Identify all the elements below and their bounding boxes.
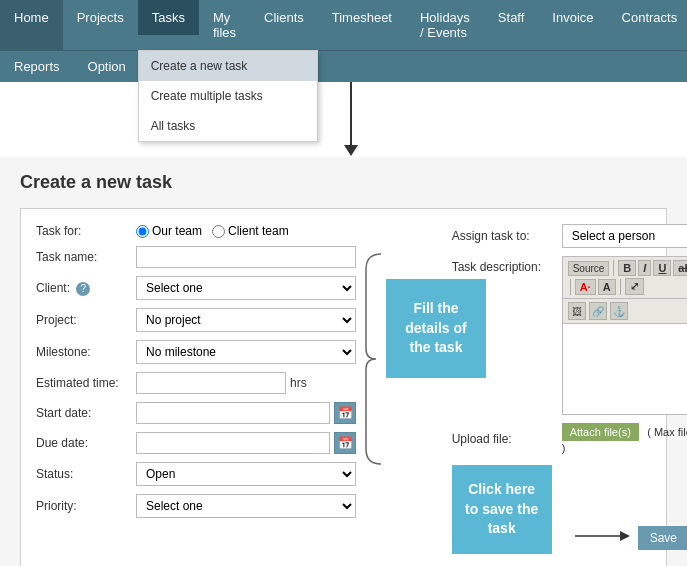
svg-marker-1 bbox=[620, 531, 630, 541]
toolbar-maximize-btn[interactable]: ⤢ bbox=[625, 278, 644, 295]
task-name-row: Task name: bbox=[36, 246, 356, 268]
client-label: Client: ? bbox=[36, 281, 136, 296]
assign-row: Assign task to: Select a person bbox=[452, 224, 687, 248]
nav-projects[interactable]: Projects bbox=[63, 0, 138, 50]
upload-info: ( Max file size 100MB bbox=[647, 426, 687, 438]
start-date-calendar-icon[interactable]: 📅 bbox=[334, 402, 356, 424]
milestone-select[interactable]: No milestone bbox=[136, 340, 356, 364]
hrs-label: hrs bbox=[290, 376, 307, 390]
client-help-icon[interactable]: ? bbox=[76, 282, 90, 296]
estimated-row: Estimated time: hrs bbox=[36, 372, 356, 394]
nav-tasks-dropdown[interactable]: Tasks Create a new task Create multiple … bbox=[138, 0, 199, 50]
radio-client-team-text: Client team bbox=[228, 224, 289, 238]
priority-row: Priority: Select one bbox=[36, 494, 356, 518]
description-row: Task description: Source B I U ab ≡ ≡ A· bbox=[452, 256, 687, 415]
form-right: Assign task to: Select a person Task des… bbox=[452, 224, 687, 554]
due-date-calendar-icon[interactable]: 📅 bbox=[334, 432, 356, 454]
toolbar-italic-btn[interactable]: I bbox=[638, 260, 651, 276]
assign-select-wrap: Select a person bbox=[562, 224, 687, 248]
editor-anchor-icon[interactable]: ⚓ bbox=[610, 302, 628, 320]
estimated-input[interactable] bbox=[136, 372, 286, 394]
dropdown-all-tasks[interactable]: All tasks bbox=[139, 111, 317, 141]
status-select[interactable]: Open bbox=[136, 462, 356, 486]
task-for-row: Task for: Our team Client team bbox=[36, 224, 356, 238]
toolbar-sep-3 bbox=[570, 279, 571, 295]
radio-our-team-text: Our team bbox=[152, 224, 202, 238]
nav-myfiles[interactable]: My files bbox=[199, 0, 250, 50]
milestone-label: Milestone: bbox=[36, 345, 136, 359]
editor-link-icon[interactable]: 🔗 bbox=[589, 302, 607, 320]
client-row: Client: ? Select one bbox=[36, 276, 356, 300]
task-for-label: Task for: bbox=[36, 224, 136, 238]
task-name-input-wrap bbox=[136, 246, 356, 268]
toolbar-sep-4 bbox=[620, 279, 621, 295]
editor-img-icon[interactable]: 🖼 bbox=[568, 302, 586, 320]
due-date-input-wrap: 📅 bbox=[136, 432, 356, 454]
upload-row: Upload file: Attach file(s) ( Max file s… bbox=[452, 423, 687, 455]
project-row: Project: No project bbox=[36, 308, 356, 332]
estimated-input-wrap: hrs bbox=[136, 372, 356, 394]
nav-tasks[interactable]: Tasks bbox=[138, 0, 199, 35]
nav-clients[interactable]: Clients bbox=[250, 0, 318, 50]
save-arrow-svg bbox=[575, 526, 630, 546]
nav-reports[interactable]: Reports bbox=[0, 51, 74, 82]
project-select-wrap: No project bbox=[136, 308, 356, 332]
toolbar-font-color-btn[interactable]: A· bbox=[575, 279, 596, 295]
attach-files-button[interactable]: Attach file(s) bbox=[562, 423, 639, 441]
radio-client-team-label[interactable]: Client team bbox=[212, 224, 289, 238]
assign-label: Assign task to: bbox=[452, 229, 562, 243]
upload-area: Attach file(s) ( Max file size 100MB ) bbox=[562, 423, 687, 455]
task-name-input[interactable] bbox=[136, 246, 356, 268]
tasks-dropdown-menu: Create a new task Create multiple tasks … bbox=[138, 50, 318, 142]
status-row: Status: Open bbox=[36, 462, 356, 486]
start-date-label: Start date: bbox=[36, 406, 136, 420]
due-date-input[interactable] bbox=[136, 432, 330, 454]
start-date-input-wrap: 📅 bbox=[136, 402, 356, 424]
editor-body[interactable] bbox=[563, 324, 687, 414]
toolbar-strike-btn[interactable]: ab bbox=[673, 260, 687, 276]
project-select[interactable]: No project bbox=[136, 308, 356, 332]
task-for-radio-group: Our team Client team bbox=[136, 224, 356, 238]
client-select[interactable]: Select one bbox=[136, 276, 356, 300]
upload-label: Upload file: bbox=[452, 432, 562, 446]
nav-second: Reports Option bbox=[0, 50, 687, 82]
toolbar-bg-color-btn[interactable]: A bbox=[598, 279, 616, 295]
milestone-row: Milestone: No milestone bbox=[36, 340, 356, 364]
dropdown-create-multiple-tasks[interactable]: Create multiple tasks bbox=[139, 81, 317, 111]
due-date-label: Due date: bbox=[36, 436, 136, 450]
assign-select[interactable]: Select a person bbox=[562, 224, 687, 248]
nav-contracts[interactable]: Contracts bbox=[608, 0, 687, 50]
status-select-wrap: Open bbox=[136, 462, 356, 486]
form-left: Task for: Our team Client team bbox=[36, 224, 356, 526]
main-content: Create a new task Task for: Our team Cli… bbox=[0, 157, 687, 566]
priority-select-wrap: Select one bbox=[136, 494, 356, 518]
toolbar-bold-btn[interactable]: B bbox=[618, 260, 636, 276]
save-callout: Click here to save the task bbox=[452, 465, 552, 554]
project-label: Project: bbox=[36, 313, 136, 327]
radio-our-team[interactable] bbox=[136, 225, 149, 238]
milestone-select-wrap: No milestone bbox=[136, 340, 356, 364]
toolbar-sep-1 bbox=[613, 260, 614, 276]
nav-option[interactable]: Option bbox=[74, 51, 140, 82]
radio-client-team[interactable] bbox=[212, 225, 225, 238]
save-button[interactable]: Save bbox=[638, 526, 687, 550]
dropdown-create-new-task[interactable]: Create a new task bbox=[139, 51, 317, 81]
client-select-wrap: Select one bbox=[136, 276, 356, 300]
toolbar-underline-btn[interactable]: U bbox=[653, 260, 671, 276]
nav-invoice[interactable]: Invoice bbox=[538, 0, 607, 50]
nav-top: Home Projects Tasks Create a new task Cr… bbox=[0, 0, 687, 50]
nav-home[interactable]: Home bbox=[0, 0, 63, 50]
editor-icons-row: 🖼 🔗 ⚓ bbox=[563, 299, 687, 324]
radio-our-team-label[interactable]: Our team bbox=[136, 224, 202, 238]
description-editor: Source B I U ab ≡ ≡ A· A ⤢ bbox=[562, 256, 687, 415]
nav-holidays-events[interactable]: Holidays / Events bbox=[406, 0, 484, 50]
bracket-svg bbox=[361, 249, 386, 469]
save-area: Click here to save the task Save Cancel bbox=[452, 465, 687, 554]
priority-select[interactable]: Select one bbox=[136, 494, 356, 518]
nav-timesheet[interactable]: Timesheet bbox=[318, 0, 406, 50]
description-label: Task description: bbox=[452, 256, 562, 274]
toolbar-source-btn[interactable]: Source bbox=[568, 261, 610, 276]
nav-staff[interactable]: Staff bbox=[484, 0, 539, 50]
estimated-label: Estimated time: bbox=[36, 376, 136, 390]
start-date-input[interactable] bbox=[136, 402, 330, 424]
